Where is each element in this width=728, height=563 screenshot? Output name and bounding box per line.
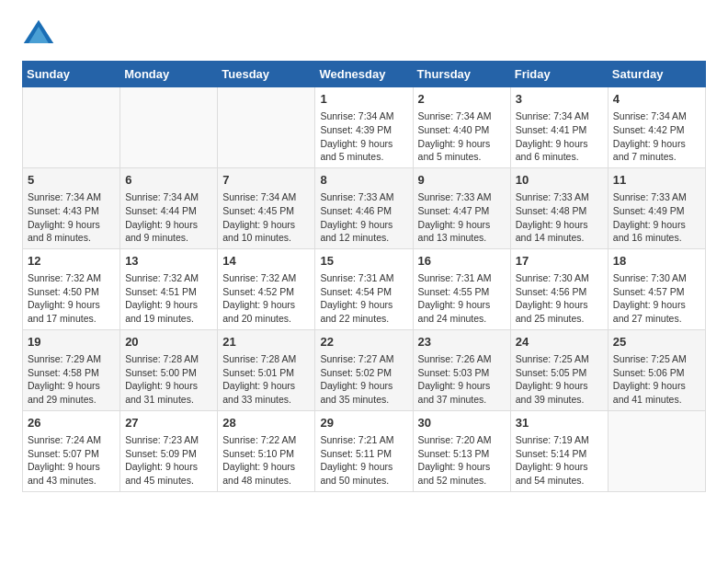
day-cell: 29Sunrise: 7:21 AMSunset: 5:11 PMDayligh… <box>315 410 413 491</box>
day-number: 18 <box>613 253 700 270</box>
sunset-text: Sunset: 5:13 PM <box>418 448 490 459</box>
sunset-text: Sunset: 5:07 PM <box>28 448 99 459</box>
sunset-text: Sunset: 4:50 PM <box>28 286 99 297</box>
sunset-text: Sunset: 5:09 PM <box>125 448 197 459</box>
sunset-text: Sunset: 5:05 PM <box>516 367 587 378</box>
day-cell: 17Sunrise: 7:30 AMSunset: 4:56 PMDayligh… <box>510 248 608 329</box>
daylight-text: Daylight: 9 hours and 17 minutes. <box>28 299 100 324</box>
day-number: 15 <box>320 253 407 270</box>
calendar-table: SundayMondayTuesdayWednesdayThursdayFrid… <box>22 61 706 492</box>
daylight-text: Daylight: 9 hours and 16 minutes. <box>613 219 686 244</box>
day-cell: 9Sunrise: 7:33 AMSunset: 4:47 PMDaylight… <box>413 167 510 248</box>
week-row-4: 19Sunrise: 7:29 AMSunset: 4:58 PMDayligh… <box>23 329 706 410</box>
sunrise-text: Sunrise: 7:31 AM <box>418 272 492 283</box>
day-number: 12 <box>28 253 115 270</box>
sunset-text: Sunset: 4:39 PM <box>320 124 392 135</box>
sunrise-text: Sunrise: 7:34 AM <box>222 191 296 202</box>
day-cell <box>23 87 120 168</box>
daylight-text: Daylight: 9 hours and 25 minutes. <box>516 299 588 324</box>
sunrise-text: Sunrise: 7:34 AM <box>613 110 687 121</box>
day-number: 14 <box>222 253 310 270</box>
day-cell: 16Sunrise: 7:31 AMSunset: 4:55 PMDayligh… <box>413 248 510 329</box>
daylight-text: Daylight: 9 hours and 22 minutes. <box>320 299 392 324</box>
sunset-text: Sunset: 4:48 PM <box>516 205 587 216</box>
day-cell: 7Sunrise: 7:34 AMSunset: 4:45 PMDaylight… <box>218 167 315 248</box>
daylight-text: Daylight: 9 hours and 33 minutes. <box>222 380 295 405</box>
col-header-monday: Monday <box>120 62 218 87</box>
day-number: 19 <box>28 334 115 350</box>
day-number: 24 <box>516 334 603 350</box>
sunrise-text: Sunrise: 7:25 AM <box>613 353 687 364</box>
day-cell: 25Sunrise: 7:25 AMSunset: 5:06 PMDayligh… <box>608 329 705 410</box>
day-cell <box>218 87 315 168</box>
col-header-thursday: Thursday <box>413 62 510 87</box>
day-cell: 4Sunrise: 7:34 AMSunset: 4:42 PMDaylight… <box>608 87 705 168</box>
sunset-text: Sunset: 5:02 PM <box>320 367 392 378</box>
sunrise-text: Sunrise: 7:19 AM <box>516 434 589 445</box>
daylight-text: Daylight: 9 hours and 24 minutes. <box>418 299 491 324</box>
daylight-text: Daylight: 9 hours and 10 minutes. <box>222 219 295 244</box>
sunrise-text: Sunrise: 7:34 AM <box>125 191 199 202</box>
day-number: 3 <box>516 91 603 108</box>
sunset-text: Sunset: 4:40 PM <box>418 124 490 135</box>
day-number: 8 <box>320 172 407 189</box>
day-header-row: SundayMondayTuesdayWednesdayThursdayFrid… <box>23 62 706 87</box>
day-cell: 13Sunrise: 7:32 AMSunset: 4:51 PMDayligh… <box>120 248 218 329</box>
day-number: 6 <box>125 172 212 189</box>
daylight-text: Daylight: 9 hours and 54 minutes. <box>516 461 588 486</box>
day-cell: 22Sunrise: 7:27 AMSunset: 5:02 PMDayligh… <box>315 329 413 410</box>
sunset-text: Sunset: 5:14 PM <box>516 448 587 459</box>
sunset-text: Sunset: 4:54 PM <box>320 286 392 297</box>
day-cell: 12Sunrise: 7:32 AMSunset: 4:50 PMDayligh… <box>23 248 120 329</box>
day-cell: 10Sunrise: 7:33 AMSunset: 4:48 PMDayligh… <box>510 167 608 248</box>
day-number: 26 <box>28 415 115 431</box>
daylight-text: Daylight: 9 hours and 43 minutes. <box>28 461 100 486</box>
sunrise-text: Sunrise: 7:34 AM <box>28 191 101 202</box>
day-cell: 20Sunrise: 7:28 AMSunset: 5:00 PMDayligh… <box>120 329 218 410</box>
sunset-text: Sunset: 4:55 PM <box>418 286 490 297</box>
sunrise-text: Sunrise: 7:34 AM <box>516 110 589 121</box>
day-number: 5 <box>28 172 115 189</box>
day-cell: 15Sunrise: 7:31 AMSunset: 4:54 PMDayligh… <box>315 248 413 329</box>
sunrise-text: Sunrise: 7:22 AM <box>222 434 296 445</box>
day-cell: 24Sunrise: 7:25 AMSunset: 5:05 PMDayligh… <box>510 329 608 410</box>
sunrise-text: Sunrise: 7:32 AM <box>222 272 296 283</box>
day-number: 25 <box>613 334 700 350</box>
day-cell <box>608 410 705 491</box>
day-cell: 23Sunrise: 7:26 AMSunset: 5:03 PMDayligh… <box>413 329 510 410</box>
daylight-text: Daylight: 9 hours and 19 minutes. <box>125 299 198 324</box>
day-cell: 19Sunrise: 7:29 AMSunset: 4:58 PMDayligh… <box>23 329 120 410</box>
sunrise-text: Sunrise: 7:28 AM <box>222 353 296 364</box>
daylight-text: Daylight: 9 hours and 5 minutes. <box>418 138 491 163</box>
day-number: 16 <box>418 253 506 270</box>
col-header-sunday: Sunday <box>23 62 120 87</box>
week-row-5: 26Sunrise: 7:24 AMSunset: 5:07 PMDayligh… <box>23 410 706 491</box>
calendar-body: 1Sunrise: 7:34 AMSunset: 4:39 PMDaylight… <box>23 87 706 492</box>
calendar-header: SundayMondayTuesdayWednesdayThursdayFrid… <box>23 62 706 87</box>
day-cell: 11Sunrise: 7:33 AMSunset: 4:49 PMDayligh… <box>608 167 705 248</box>
sunrise-text: Sunrise: 7:24 AM <box>28 434 101 445</box>
sunset-text: Sunset: 4:47 PM <box>418 205 490 216</box>
sunrise-text: Sunrise: 7:20 AM <box>418 434 492 445</box>
logo <box>22 18 57 52</box>
col-header-friday: Friday <box>510 62 608 87</box>
daylight-text: Daylight: 9 hours and 35 minutes. <box>320 380 392 405</box>
day-cell: 18Sunrise: 7:30 AMSunset: 4:57 PMDayligh… <box>608 248 705 329</box>
sunrise-text: Sunrise: 7:23 AM <box>125 434 199 445</box>
day-number: 31 <box>516 415 603 431</box>
daylight-text: Daylight: 9 hours and 7 minutes. <box>613 138 686 163</box>
day-cell: 28Sunrise: 7:22 AMSunset: 5:10 PMDayligh… <box>218 410 315 491</box>
day-number: 7 <box>222 172 310 189</box>
sunset-text: Sunset: 5:11 PM <box>320 448 392 459</box>
daylight-text: Daylight: 9 hours and 12 minutes. <box>320 219 392 244</box>
week-row-2: 5Sunrise: 7:34 AMSunset: 4:43 PMDaylight… <box>23 167 706 248</box>
sunset-text: Sunset: 5:10 PM <box>222 448 294 459</box>
sunrise-text: Sunrise: 7:33 AM <box>418 191 492 202</box>
day-number: 11 <box>613 172 700 189</box>
sunrise-text: Sunrise: 7:34 AM <box>418 110 492 121</box>
day-number: 4 <box>613 91 700 108</box>
sunset-text: Sunset: 4:44 PM <box>125 205 197 216</box>
sunrise-text: Sunrise: 7:32 AM <box>125 272 199 283</box>
day-number: 22 <box>320 334 407 350</box>
sunset-text: Sunset: 4:46 PM <box>320 205 392 216</box>
